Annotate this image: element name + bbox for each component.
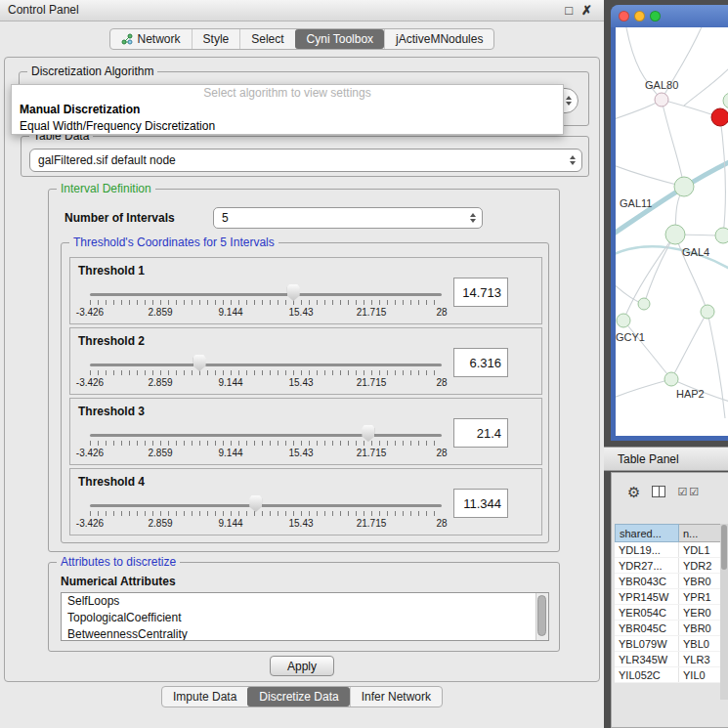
apply-button[interactable]: Apply xyxy=(270,656,334,676)
table-cell[interactable]: YBL079W xyxy=(615,636,679,651)
table-row[interactable]: YLR345W YLR3 xyxy=(615,652,722,667)
table-cell[interactable]: YBR045C xyxy=(615,621,679,635)
table-cell[interactable]: YDR2 xyxy=(679,558,722,573)
tab-network-label: Network xyxy=(138,32,181,46)
table-row[interactable]: YDR27... YDR2 xyxy=(615,558,722,574)
threshold-4-slider[interactable]: -3.426 2.859 9.144 15.43 21.715 28 xyxy=(90,492,442,532)
node-gcy1[interactable] xyxy=(617,314,630,327)
algorithm-option-manual[interactable]: Manual Discretization xyxy=(12,102,563,118)
tab-cyni-toolbox[interactable]: Cyni Toolbox xyxy=(295,29,384,49)
table-cell[interactable]: YER0 xyxy=(679,605,722,620)
table-cell[interactable]: YDR27... xyxy=(615,558,679,573)
table-row[interactable]: YPR145W YPR1 xyxy=(615,589,722,605)
network-window-titlebar[interactable] xyxy=(611,5,728,27)
slider-thumb[interactable] xyxy=(193,355,206,371)
threshold-2-value-field[interactable]: 6.316 xyxy=(453,348,508,377)
node-selected-red[interactable] xyxy=(711,108,728,126)
tab-cyni-toolbox-label: Cyni Toolbox xyxy=(307,32,373,46)
tab-select[interactable]: Select xyxy=(239,29,294,49)
list-scrollbar[interactable] xyxy=(535,593,548,640)
table-cell[interactable]: YPR145W xyxy=(615,589,679,604)
float-window-icon[interactable]: □ xyxy=(565,0,573,21)
table-cell[interactable]: YLR3 xyxy=(679,652,722,666)
list-item[interactable]: BetweennessCentrality xyxy=(62,626,548,641)
algorithm-prompt: Select algorithm to view settings xyxy=(12,85,563,102)
list-item[interactable]: SelfLoops xyxy=(62,593,548,610)
close-traffic-light-icon[interactable] xyxy=(619,11,629,21)
node-hap2[interactable] xyxy=(664,372,678,386)
control-panel: Control Panel □ ✗ Network Style Select xyxy=(0,0,604,728)
table-cell[interactable]: YER054C xyxy=(615,605,679,620)
table-cell[interactable]: YDL19... xyxy=(615,542,679,557)
close-icon[interactable]: ✗ xyxy=(581,0,592,21)
threshold-3-slider[interactable]: -3.426 2.859 9.144 15.43 21.715 28 xyxy=(90,422,442,461)
threshold-2-slider[interactable]: -3.426 2.859 9.144 15.43 21.715 28 xyxy=(90,352,442,391)
node[interactable] xyxy=(638,298,650,310)
table-header-row: shared... n... xyxy=(615,524,722,542)
minimize-traffic-light-icon[interactable] xyxy=(634,11,645,21)
threshold-4-label: Threshold 4 xyxy=(78,475,145,489)
threshold-1-slider[interactable]: -3.426 2.859 9.144 15.43 21.715 28 xyxy=(90,281,442,321)
node-label-group: GAL80 GAL11 GAL4 GCY1 HAP2 xyxy=(616,79,709,400)
threshold-3-value-field[interactable]: 21.4 xyxy=(453,418,508,448)
tab-select-label: Select xyxy=(251,32,283,46)
scale-tick-label: 2.859 xyxy=(148,448,172,458)
tab-impute-data[interactable]: Impute Data xyxy=(162,687,247,707)
table-cell[interactable]: YIL0 xyxy=(679,667,722,682)
gear-icon[interactable]: ⚙ xyxy=(627,485,640,499)
table-scrollbar[interactable] xyxy=(720,524,728,700)
node-gal11[interactable] xyxy=(674,177,694,196)
table-row[interactable]: YBR045C YBR0 xyxy=(615,621,722,636)
node[interactable] xyxy=(723,93,728,108)
table-cell[interactable]: YPR1 xyxy=(679,589,722,604)
table-cell[interactable]: YLR345W xyxy=(615,652,679,666)
slider-thumb[interactable] xyxy=(287,284,300,301)
list-item[interactable]: TopologicalCoefficient xyxy=(62,610,548,626)
tab-style[interactable]: Style xyxy=(192,29,240,49)
column-header-name[interactable]: n... xyxy=(679,524,722,542)
slider-scale: -3.426 2.859 9.144 15.43 21.715 28 xyxy=(90,307,442,318)
zoom-traffic-light-icon[interactable] xyxy=(650,11,661,21)
table-row[interactable]: YER054C YER0 xyxy=(615,605,722,621)
scrollbar-thumb[interactable] xyxy=(537,595,546,636)
algorithm-option-equal-width[interactable]: Equal Width/Frequency Discretization xyxy=(12,118,563,135)
table-cell[interactable]: YBR0 xyxy=(679,574,722,588)
tab-network[interactable]: Network xyxy=(110,29,192,49)
slider-thumb[interactable] xyxy=(362,425,374,442)
node[interactable] xyxy=(715,228,728,243)
column-header-shared-name[interactable]: shared... xyxy=(615,524,679,542)
tab-discretize-data[interactable]: Discretize Data xyxy=(247,687,349,707)
select-checkboxes-icon[interactable]: ☑☑ xyxy=(677,486,701,498)
columns-icon[interactable] xyxy=(652,486,665,497)
table-data-combobox[interactable]: galFiltered.sif default node xyxy=(29,149,582,172)
tab-jactivemnodules[interactable]: jActiveMNodules xyxy=(384,29,493,49)
node-gal80[interactable] xyxy=(655,93,668,107)
scale-tick-label: 28 xyxy=(436,518,447,529)
combo-stepper-icon xyxy=(570,155,576,165)
network-view-window: GAL80 GAL11 GAL4 GCY1 HAP2 xyxy=(611,5,728,441)
slider-track xyxy=(90,434,442,437)
scrollbar-thumb[interactable] xyxy=(721,525,727,570)
slider-ticks xyxy=(90,370,442,375)
number-of-intervals-combobox[interactable]: 5 xyxy=(213,207,483,229)
table-row[interactable]: YBR043C YBR0 xyxy=(615,574,722,589)
threshold-4-value-field[interactable]: 11.344 xyxy=(453,489,508,518)
table-row[interactable]: YIL052C YIL0 xyxy=(615,667,722,683)
scale-tick-label: -3.426 xyxy=(76,307,104,318)
node-gal4[interactable] xyxy=(665,225,685,244)
table-cell[interactable]: YIL052C xyxy=(615,667,679,682)
attributes-listbox[interactable]: SelfLoops TopologicalCoefficient Between… xyxy=(61,592,549,641)
scale-tick-label: 28 xyxy=(436,307,447,318)
slider-thumb[interactable] xyxy=(249,495,262,512)
threshold-1-value-field[interactable]: 14.713 xyxy=(453,278,508,307)
node[interactable] xyxy=(701,305,714,319)
table-cell[interactable]: YBL0 xyxy=(679,636,722,651)
network-canvas[interactable]: GAL80 GAL11 GAL4 GCY1 HAP2 xyxy=(616,27,728,436)
tab-infer-network[interactable]: Infer Network xyxy=(350,687,442,707)
table-cell[interactable]: YBR0 xyxy=(679,621,722,635)
table-cell[interactable]: YBR043C xyxy=(615,574,679,588)
table-cell[interactable]: YDL1 xyxy=(679,542,722,557)
table-row[interactable]: YBL079W YBL0 xyxy=(615,636,722,652)
table-row[interactable]: YDL19... YDL1 xyxy=(615,542,722,558)
threshold-4-box: Threshold 4 -3.426 2.859 9.144 15.43 21.… xyxy=(69,468,542,535)
